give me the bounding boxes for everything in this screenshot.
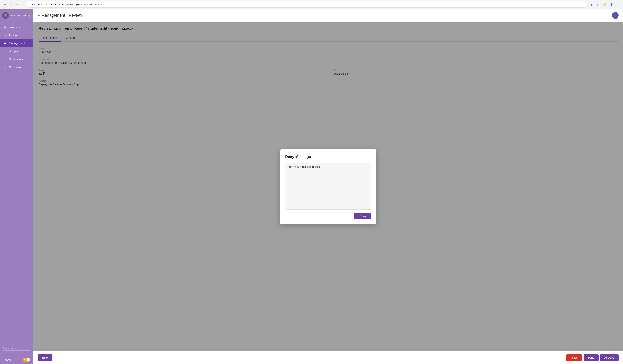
main-content: ≡ Management › Review 👤 Reviewing: m.rem…: [33, 9, 623, 364]
sidebar-avatar: 🐝: [2, 12, 9, 19]
modal-footer: Deny: [285, 213, 371, 219]
page-body: Reviewing: m.remplbauer@students.htl-leo…: [33, 22, 623, 351]
sidebar-item-constraint[interactable]: 📎 Constraint: [0, 63, 33, 71]
page-title: ≡ Management › Review: [38, 13, 82, 18]
modal-deny-button[interactable]: Deny: [354, 213, 371, 219]
extensions-button[interactable]: ⚡: [602, 2, 607, 7]
sidebar-user-name: Hello, Beeyond 👋: [11, 14, 31, 17]
cast-button[interactable]: ⬗: [589, 2, 594, 7]
sidebar-nav: ⊞ Blueprint ○ Profile ▣ Management ⚏ Tem…: [0, 22, 33, 342]
template-icon: ⚏: [3, 49, 7, 53]
profile-icon: ○: [3, 34, 7, 37]
sidebar: 🐝 Hello, Beeyond 👋 ⊞ Blueprint ○ Profile…: [0, 9, 33, 364]
home-button[interactable]: ⌂: [20, 2, 25, 7]
top-bar-avatar[interactable]: 👤: [612, 12, 619, 19]
management-icon: ▣: [3, 41, 7, 45]
blueprint-icon: ⊞: [3, 26, 7, 29]
app-container: 🐝 Hello, Beeyond 👋 ⊞ Blueprint ○ Profile…: [0, 9, 623, 364]
notifications-bar: [3, 350, 30, 351]
profile-button[interactable]: 👤: [609, 2, 614, 7]
sidebar-item-label-constraint: Constraint: [9, 65, 22, 69]
bottom-right-buttons: Finish Deny Approve: [566, 354, 619, 361]
finish-button[interactable]: Finish: [566, 354, 582, 361]
sidebar-item-template[interactable]: ⚏ Template: [0, 47, 33, 55]
namespace-icon: ☰: [3, 57, 7, 61]
reload-button[interactable]: ↻: [14, 2, 19, 7]
theme-toggle-thumb: [27, 358, 30, 361]
sidebar-item-label-profile: Profile: [9, 34, 17, 37]
sidebar-theme: Theme ☀: [0, 355, 33, 364]
top-bar-right: 👤: [612, 12, 619, 19]
sidebar-divider: [3, 343, 30, 344]
modal-textarea-wrapper: Too many requested replicas: [285, 163, 371, 210]
theme-label: Theme: [3, 358, 12, 361]
hamburger-icon[interactable]: ≡: [38, 14, 40, 17]
sidebar-item-profile[interactable]: ○ Profile: [0, 31, 33, 39]
sidebar-item-label-namespace: Namespace: [9, 57, 24, 61]
theme-toggle[interactable]: ☀: [23, 358, 30, 362]
deny-button[interactable]: Deny: [583, 354, 599, 361]
forward-button[interactable]: →: [8, 2, 13, 7]
browser-toolbar: ← → ↻ ⌂ ⬗ ☆ ⚡ 👤 ⋮: [0, 0, 623, 9]
sidebar-item-management[interactable]: ▣ Management: [0, 39, 33, 47]
sidebar-item-label-template: Template: [9, 49, 20, 53]
deny-message-modal: Deny Message Too many requested replicas…: [280, 149, 376, 224]
sun-icon: ☀: [24, 358, 26, 361]
sidebar-item-label-blueprint: Blueprint: [9, 26, 20, 29]
approve-button[interactable]: Approve: [600, 354, 619, 361]
top-bar: ≡ Management › Review 👤: [33, 9, 623, 22]
browser-chrome: ← → ↻ ⌂ ⬗ ☆ ⚡ 👤 ⋮: [0, 0, 623, 9]
deny-message-textarea[interactable]: Too many requested replicas: [286, 164, 370, 208]
modal-title: Deny Message: [285, 155, 371, 159]
sidebar-notifications: Notifications: 0: [0, 345, 33, 352]
address-bar[interactable]: [27, 1, 587, 7]
sidebar-item-namespace[interactable]: ☰ Namespace: [0, 55, 33, 63]
topbar-title-text: Management › Review: [41, 13, 82, 18]
theme-toggle-track: ☀: [23, 358, 30, 362]
sidebar-item-blueprint[interactable]: ⊞ Blueprint: [0, 23, 33, 31]
modal-overlay: Deny Message Too many requested replicas…: [33, 22, 623, 351]
bottom-bar: Back Finish Deny Approve: [33, 351, 623, 364]
browser-actions: ⬗ ☆ ⚡ 👤 ⋮: [589, 2, 621, 7]
sidebar-user: 🐝 Hello, Beeyond 👋: [0, 9, 33, 22]
constraint-icon: 📎: [3, 65, 7, 69]
sidebar-item-label-management: Management: [9, 42, 25, 45]
nav-buttons: ← → ↻ ⌂: [2, 2, 25, 7]
bookmark-button[interactable]: ☆: [596, 2, 601, 7]
back-button[interactable]: Back: [38, 354, 52, 361]
back-button[interactable]: ←: [2, 2, 7, 7]
menu-button[interactable]: ⋮: [616, 2, 621, 7]
